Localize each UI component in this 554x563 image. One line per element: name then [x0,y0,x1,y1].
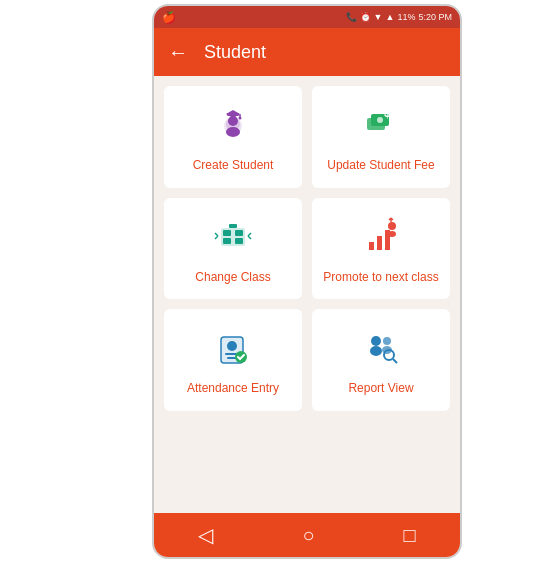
phone-icon: 📞 [346,12,357,22]
svg-point-3 [226,127,240,137]
svg-point-29 [371,336,381,346]
back-button[interactable]: ← [168,41,188,64]
apple-icon: 🍎 [162,11,176,24]
update-fee-item[interactable]: $ Update Student Fee [312,86,450,188]
svg-rect-16 [235,238,243,244]
change-class-label: Change Class [195,270,270,286]
home-nav-button[interactable]: ○ [302,524,314,547]
svg-point-21 [388,222,396,230]
svg-line-34 [393,359,397,363]
attendance-item[interactable]: Attendance Entry [164,309,302,411]
status-icons: 📞 ⏰ ▼ ▲ 11% 5:20 PM [346,12,452,22]
svg-point-30 [370,346,382,356]
svg-rect-14 [235,230,243,236]
attendance-label: Attendance Entry [187,381,279,397]
create-student-item[interactable]: Create Student [164,86,302,188]
svg-point-25 [227,341,237,351]
attendance-icon [213,327,253,373]
phone-frame: 🍎 📞 ⏰ ▼ ▲ 11% 5:20 PM ← Student [152,4,462,559]
svg-point-22 [388,231,396,237]
svg-point-10 [377,117,383,123]
svg-point-31 [383,337,391,345]
svg-rect-19 [377,236,382,250]
report-label: Report View [348,381,413,397]
app-header: ← Student [154,28,460,76]
update-fee-icon: $ [361,104,401,150]
bottom-nav: ◁ ○ □ [154,513,460,557]
grid-row-1: Create Student $ Update Student Fee [164,86,450,188]
change-class-item[interactable]: Change Class [164,198,302,300]
page-title: Student [204,42,266,63]
grid-row-2: Change Class [164,198,450,300]
recent-nav-button[interactable]: □ [403,524,415,547]
promote-icon [361,216,401,262]
svg-text:$: $ [384,106,391,120]
change-class-icon [213,216,253,262]
svg-rect-13 [223,230,231,236]
battery-text: 11% [397,12,415,22]
report-icon [361,327,401,373]
promote-item[interactable]: Promote to next class [312,198,450,300]
update-fee-label: Update Student Fee [327,158,434,174]
signal-icon: ▲ [386,12,395,22]
main-content: Create Student $ Update Student Fee [154,76,460,513]
report-item[interactable]: Report View [312,309,450,411]
grid-row-3: Attendance Entry [164,309,450,411]
svg-marker-5 [226,110,240,118]
status-bar: 🍎 📞 ⏰ ▼ ▲ 11% 5:20 PM [154,6,460,28]
svg-rect-18 [369,242,374,250]
create-student-label: Create Student [193,158,274,174]
wifi-icon: ▼ [374,12,383,22]
promote-label: Promote to next class [323,270,438,286]
svg-rect-17 [229,224,237,228]
create-student-icon [213,104,253,150]
alarm-icon: ⏰ [360,12,371,22]
back-nav-button[interactable]: ◁ [198,523,213,547]
time-display: 5:20 PM [418,12,452,22]
svg-rect-15 [223,238,231,244]
svg-point-7 [239,117,242,120]
